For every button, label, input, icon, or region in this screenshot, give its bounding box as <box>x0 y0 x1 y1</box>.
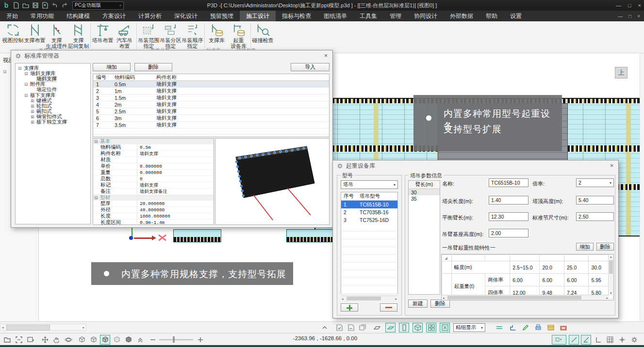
line-snap-icon[interactable] <box>569 335 579 345</box>
crane-model-row[interactable]: 2TC7035B-16 <box>341 208 397 216</box>
wireframe-cube-icon[interactable] <box>77 335 87 345</box>
archive-box-icon[interactable] <box>545 323 556 332</box>
ribbon-tab[interactable]: 方案设计 <box>96 11 132 21</box>
property-grid[interactable]: ⊟基本 物料编码0.5m构件名称墙斜支撑材质单价0.000000重量0.0000… <box>93 138 214 225</box>
ghost-cube-icon[interactable] <box>112 335 122 345</box>
crane-model-row[interactable]: 1TC6515B-10 <box>341 201 397 208</box>
ribbon-tab[interactable]: 深化设计 <box>168 11 204 21</box>
truck-crane-button[interactable]: 汽车吊 布置 <box>114 21 135 49</box>
zoom-slider-track[interactable] <box>159 339 193 340</box>
ribbon-tab[interactable]: 帮助 <box>479 11 504 21</box>
tree-expand-icon[interactable]: ⊟ <box>18 66 24 71</box>
ribbon-tab[interactable]: 外部数据 <box>444 11 479 21</box>
tree-item[interactable]: ⊟板下支撑库 <box>16 93 90 98</box>
solid-cube-icon[interactable] <box>123 335 133 345</box>
table-row[interactable]: 21m墙斜支撑 <box>93 88 329 95</box>
ribbon-tab[interactable]: 管理 <box>383 11 408 21</box>
add-button[interactable]: 增加 <box>93 63 131 71</box>
shaded-cube-icon[interactable] <box>100 335 110 345</box>
close-icon[interactable]: × <box>608 162 616 170</box>
arm-length-item[interactable]: 30 <box>409 189 440 195</box>
doc-minimize-button[interactable]: — <box>618 14 623 19</box>
restore-button[interactable]: □ <box>628 2 631 8</box>
model-3d-display-icon[interactable] <box>413 323 423 332</box>
arm-length-list[interactable]: 臂长(m) 3035 <box>408 180 440 295</box>
remove-model-button[interactable] <box>380 303 397 312</box>
table-row[interactable]: 42m墙斜支撑 <box>93 101 329 108</box>
ratio-select[interactable]: 2▾ <box>576 178 614 187</box>
new-viewport-icon[interactable] <box>25 335 35 345</box>
tree-expand-icon[interactable]: ⊞ <box>31 104 36 109</box>
property-row[interactable]: 备注墙斜支撑备注 <box>93 189 214 195</box>
collapse-icon[interactable]: ⊟ <box>93 195 100 200</box>
ribbon-tab[interactable]: 图纸清单 <box>317 11 353 21</box>
tree-item[interactable]: ⊞轮扣式 <box>16 103 90 109</box>
performance-table-panel[interactable]: 幅度(m) 2.5~15.0 20.0 25.0 30.0 起重量(t) 两倍率… <box>441 254 614 300</box>
tree-item[interactable]: 墙斜支撑 <box>16 76 90 81</box>
base-height-field[interactable]: 2.00 <box>489 229 528 237</box>
crane-model-table[interactable]: 序号 塔吊型号 1TC6515B-102TC7035B-163TC7525-16… <box>341 192 398 294</box>
collapse-up-icon[interactable] <box>135 335 145 345</box>
origin-move-icon[interactable] <box>617 335 627 345</box>
radius-row[interactable]: 幅度(m) 2.5~15.0 20.0 25.0 30.0 <box>442 261 613 274</box>
pan-hand-icon[interactable] <box>51 335 62 345</box>
material-box-icon[interactable] <box>558 323 568 332</box>
tip-length-field[interactable]: 1.40 <box>489 196 528 205</box>
redo-icon[interactable] <box>61 1 68 9</box>
property-row[interactable]: 长度区间0.9m-1.4m <box>93 220 214 226</box>
zoom-out-icon[interactable] <box>148 335 158 345</box>
table-row[interactable]: 31.5m墙斜支撑 <box>93 95 329 101</box>
two-rate-row[interactable]: 起重量(t) 两倍率 6.00 6.00 6.00 5.95 <box>442 274 613 286</box>
ribbon-tab[interactable]: 工具集 <box>353 11 383 21</box>
tree-expand-icon[interactable]: ⊞ <box>31 109 36 114</box>
export-view-icon[interactable] <box>346 323 356 332</box>
ribbon-tab[interactable]: 协同设计 <box>408 11 444 21</box>
ribbon-tab[interactable]: 设置 <box>504 11 528 21</box>
perf-delete-button[interactable]: 删除 <box>596 243 614 251</box>
angle-snap-icon[interactable] <box>581 335 591 345</box>
table-row[interactable]: 10.5m墙斜支撑 <box>93 81 329 88</box>
open-file-icon[interactable] <box>22 1 30 9</box>
tower-crane-button[interactable]: 塔吊布置 <box>92 21 114 43</box>
hoist-zone-button[interactable]: 吊装分区 指定 <box>160 21 182 49</box>
ortho-mode-icon[interactable] <box>593 335 603 345</box>
table-row[interactable]: 52.5m墙斜支撑 <box>93 108 329 115</box>
delete-button[interactable]: 删除 <box>430 300 450 308</box>
ribbon-tab[interactable]: 结构建模 <box>60 11 96 21</box>
ribbon-tab[interactable]: 开始 <box>0 11 24 21</box>
minimize-button[interactable]: — <box>616 2 621 8</box>
batch-export-icon[interactable] <box>357 323 367 332</box>
name-field[interactable]: TC6515B-10 <box>489 178 528 187</box>
tree-expand-icon[interactable]: ⊟ <box>24 71 30 76</box>
viewport-extent-icon[interactable] <box>440 323 450 332</box>
counter-arm-field[interactable]: 12.30 <box>489 212 528 221</box>
vertical-scrollbar[interactable] <box>640 53 644 321</box>
export-icon[interactable] <box>41 1 49 9</box>
horizontal-scrollbar[interactable]: ◂▸ <box>341 296 398 301</box>
tree-expand-icon[interactable]: ⊟ <box>24 82 30 87</box>
ribbon-tab[interactable]: 常用功能 <box>24 11 60 21</box>
hidden-line-cube-icon[interactable] <box>88 335 99 345</box>
save-view-icon[interactable] <box>334 323 344 332</box>
component-3d-preview[interactable] <box>215 138 330 225</box>
equipment-type-select[interactable]: 塔吊▾ <box>341 180 398 189</box>
new-view-icon[interactable] <box>2 335 12 345</box>
top-height-field[interactable]: 5.40 <box>576 196 614 205</box>
support-copy-button[interactable]: 支撑 层间复制 <box>67 21 89 49</box>
table-row[interactable]: 63m墙斜支撑 <box>93 115 329 122</box>
tree-item[interactable]: ⊞键槽式 <box>16 98 90 103</box>
dialog-title-bar[interactable]: 起重设备库 × <box>333 160 618 171</box>
measure-icon[interactable] <box>494 323 504 332</box>
horizontal-scrollbar[interactable]: ◂▸ <box>442 295 609 300</box>
slab-display-icon[interactable] <box>385 323 396 332</box>
tree-expand-icon[interactable]: ⊞ <box>31 120 36 125</box>
close-button[interactable]: × <box>638 2 641 8</box>
support-embed-button[interactable]: 支撑 生成埋件 <box>46 21 67 49</box>
collapse-toolbar-icon[interactable] <box>319 323 330 332</box>
orbit-icon[interactable] <box>63 335 73 345</box>
undo-icon[interactable] <box>51 1 59 9</box>
print-device-icon[interactable] <box>533 323 543 332</box>
annotate-pencil-icon[interactable] <box>520 323 530 332</box>
lifting-equipment-library-button[interactable]: 起重 设备库 <box>228 21 249 49</box>
ribbon-tab[interactable]: 预留预埋 <box>204 11 240 21</box>
